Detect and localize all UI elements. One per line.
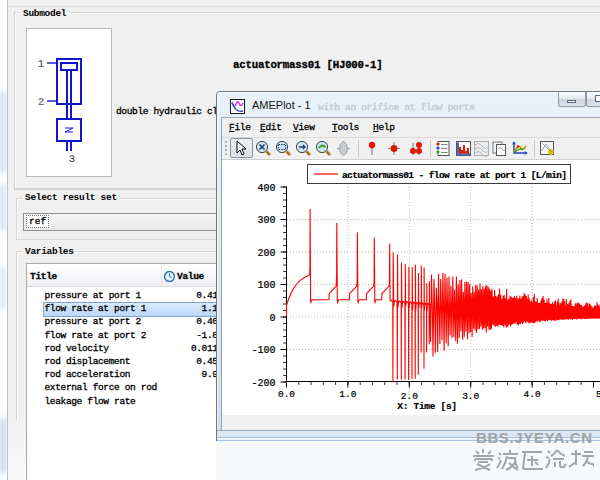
svg-text:-100: -100 — [251, 345, 275, 356]
svg-text:100: 100 — [257, 280, 275, 291]
svg-text:-200: -200 — [251, 378, 275, 389]
svg-text:2: 2 — [38, 97, 44, 108]
svg-text:5.: 5. — [596, 389, 600, 400]
svg-text:1.0: 1.0 — [339, 389, 356, 400]
svg-text:200: 200 — [257, 248, 275, 259]
svg-text:actuatormass01 - flow rate at: actuatormass01 - flow rate at port 1 [L/… — [342, 170, 566, 181]
svg-text:0: 0 — [269, 313, 275, 324]
svg-text:0.0: 0.0 — [278, 389, 295, 400]
svg-text:4.0: 4.0 — [524, 389, 541, 400]
svg-text:400: 400 — [257, 183, 275, 194]
svg-text:3: 3 — [69, 154, 75, 165]
svg-text:1: 1 — [38, 59, 44, 70]
svg-text:X: Time [s]: X: Time [s] — [397, 401, 456, 412]
svg-text:3.0: 3.0 — [462, 391, 479, 402]
svg-text:300: 300 — [257, 215, 275, 226]
